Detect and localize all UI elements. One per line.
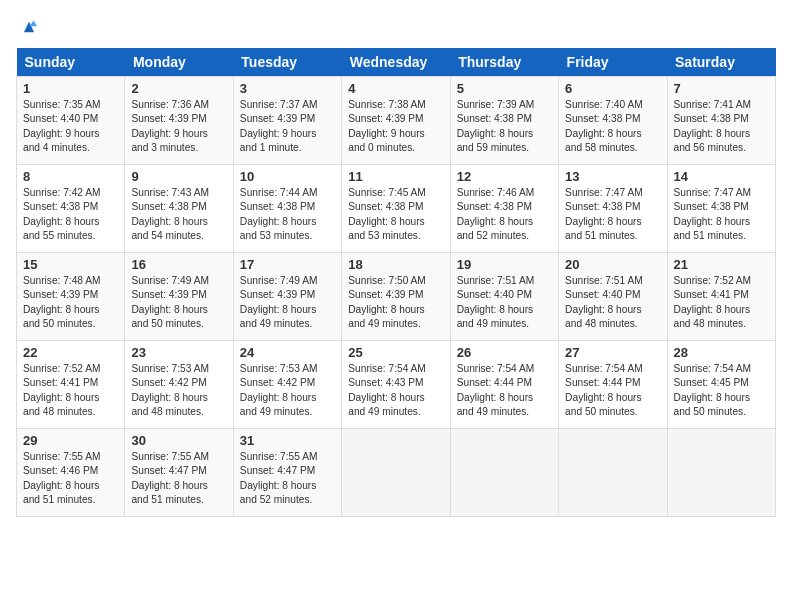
calendar-cell: 22 Sunrise: 7:52 AMSunset: 4:41 PMDaylig… <box>17 341 125 429</box>
day-number: 4 <box>348 81 443 96</box>
day-header-wednesday: Wednesday <box>342 48 450 77</box>
cell-text: Sunrise: 7:44 AMSunset: 4:38 PMDaylight:… <box>240 187 318 241</box>
cell-text: Sunrise: 7:47 AMSunset: 4:38 PMDaylight:… <box>674 187 752 241</box>
cell-text: Sunrise: 7:54 AMSunset: 4:43 PMDaylight:… <box>348 363 426 417</box>
day-number: 9 <box>131 169 226 184</box>
cell-text: Sunrise: 7:53 AMSunset: 4:42 PMDaylight:… <box>240 363 318 417</box>
cell-text: Sunrise: 7:51 AMSunset: 4:40 PMDaylight:… <box>457 275 535 329</box>
cell-text: Sunrise: 7:40 AMSunset: 4:38 PMDaylight:… <box>565 99 643 153</box>
cell-text: Sunrise: 7:45 AMSunset: 4:38 PMDaylight:… <box>348 187 426 241</box>
day-number: 6 <box>565 81 660 96</box>
calendar-week-1: 1 Sunrise: 7:35 AMSunset: 4:40 PMDayligh… <box>17 77 776 165</box>
calendar-cell: 10 Sunrise: 7:44 AMSunset: 4:38 PMDaylig… <box>233 165 341 253</box>
calendar-cell: 15 Sunrise: 7:48 AMSunset: 4:39 PMDaylig… <box>17 253 125 341</box>
day-header-sunday: Sunday <box>17 48 125 77</box>
day-number: 15 <box>23 257 118 272</box>
cell-text: Sunrise: 7:55 AMSunset: 4:47 PMDaylight:… <box>131 451 209 505</box>
day-number: 11 <box>348 169 443 184</box>
calendar-cell: 1 Sunrise: 7:35 AMSunset: 4:40 PMDayligh… <box>17 77 125 165</box>
calendar-cell: 6 Sunrise: 7:40 AMSunset: 4:38 PMDayligh… <box>559 77 667 165</box>
day-number: 20 <box>565 257 660 272</box>
cell-text: Sunrise: 7:49 AMSunset: 4:39 PMDaylight:… <box>240 275 318 329</box>
calendar-cell: 23 Sunrise: 7:53 AMSunset: 4:42 PMDaylig… <box>125 341 233 429</box>
cell-text: Sunrise: 7:54 AMSunset: 4:44 PMDaylight:… <box>457 363 535 417</box>
cell-text: Sunrise: 7:41 AMSunset: 4:38 PMDaylight:… <box>674 99 752 153</box>
day-number: 22 <box>23 345 118 360</box>
calendar-cell: 5 Sunrise: 7:39 AMSunset: 4:38 PMDayligh… <box>450 77 558 165</box>
calendar-cell <box>559 429 667 517</box>
calendar-table: SundayMondayTuesdayWednesdayThursdayFrid… <box>16 48 776 517</box>
calendar-cell: 20 Sunrise: 7:51 AMSunset: 4:40 PMDaylig… <box>559 253 667 341</box>
cell-text: Sunrise: 7:52 AMSunset: 4:41 PMDaylight:… <box>674 275 752 329</box>
calendar-cell: 18 Sunrise: 7:50 AMSunset: 4:39 PMDaylig… <box>342 253 450 341</box>
cell-text: Sunrise: 7:54 AMSunset: 4:44 PMDaylight:… <box>565 363 643 417</box>
cell-text: Sunrise: 7:55 AMSunset: 4:47 PMDaylight:… <box>240 451 318 505</box>
cell-text: Sunrise: 7:49 AMSunset: 4:39 PMDaylight:… <box>131 275 209 329</box>
svg-marker-1 <box>30 20 37 26</box>
calendar-cell: 30 Sunrise: 7:55 AMSunset: 4:47 PMDaylig… <box>125 429 233 517</box>
cell-text: Sunrise: 7:51 AMSunset: 4:40 PMDaylight:… <box>565 275 643 329</box>
calendar-cell: 7 Sunrise: 7:41 AMSunset: 4:38 PMDayligh… <box>667 77 775 165</box>
cell-text: Sunrise: 7:42 AMSunset: 4:38 PMDaylight:… <box>23 187 101 241</box>
day-number: 30 <box>131 433 226 448</box>
day-number: 18 <box>348 257 443 272</box>
day-number: 10 <box>240 169 335 184</box>
day-number: 25 <box>348 345 443 360</box>
calendar-cell: 26 Sunrise: 7:54 AMSunset: 4:44 PMDaylig… <box>450 341 558 429</box>
calendar-cell: 14 Sunrise: 7:47 AMSunset: 4:38 PMDaylig… <box>667 165 775 253</box>
calendar-cell: 25 Sunrise: 7:54 AMSunset: 4:43 PMDaylig… <box>342 341 450 429</box>
calendar-cell: 21 Sunrise: 7:52 AMSunset: 4:41 PMDaylig… <box>667 253 775 341</box>
calendar-cell: 13 Sunrise: 7:47 AMSunset: 4:38 PMDaylig… <box>559 165 667 253</box>
day-number: 7 <box>674 81 769 96</box>
day-number: 31 <box>240 433 335 448</box>
cell-text: Sunrise: 7:47 AMSunset: 4:38 PMDaylight:… <box>565 187 643 241</box>
cell-text: Sunrise: 7:35 AMSunset: 4:40 PMDaylight:… <box>23 99 101 153</box>
page-header <box>16 16 776 38</box>
day-header-monday: Monday <box>125 48 233 77</box>
calendar-cell: 8 Sunrise: 7:42 AMSunset: 4:38 PMDayligh… <box>17 165 125 253</box>
calendar-cell: 31 Sunrise: 7:55 AMSunset: 4:47 PMDaylig… <box>233 429 341 517</box>
day-number: 26 <box>457 345 552 360</box>
cell-text: Sunrise: 7:37 AMSunset: 4:39 PMDaylight:… <box>240 99 318 153</box>
cell-text: Sunrise: 7:36 AMSunset: 4:39 PMDaylight:… <box>131 99 209 153</box>
day-number: 24 <box>240 345 335 360</box>
calendar-cell <box>342 429 450 517</box>
calendar-cell: 11 Sunrise: 7:45 AMSunset: 4:38 PMDaylig… <box>342 165 450 253</box>
cell-text: Sunrise: 7:48 AMSunset: 4:39 PMDaylight:… <box>23 275 101 329</box>
calendar-cell: 16 Sunrise: 7:49 AMSunset: 4:39 PMDaylig… <box>125 253 233 341</box>
calendar-cell: 12 Sunrise: 7:46 AMSunset: 4:38 PMDaylig… <box>450 165 558 253</box>
day-number: 13 <box>565 169 660 184</box>
calendar-cell: 28 Sunrise: 7:54 AMSunset: 4:45 PMDaylig… <box>667 341 775 429</box>
calendar-cell: 17 Sunrise: 7:49 AMSunset: 4:39 PMDaylig… <box>233 253 341 341</box>
day-header-saturday: Saturday <box>667 48 775 77</box>
cell-text: Sunrise: 7:53 AMSunset: 4:42 PMDaylight:… <box>131 363 209 417</box>
cell-text: Sunrise: 7:52 AMSunset: 4:41 PMDaylight:… <box>23 363 101 417</box>
calendar-week-3: 15 Sunrise: 7:48 AMSunset: 4:39 PMDaylig… <box>17 253 776 341</box>
calendar-cell: 9 Sunrise: 7:43 AMSunset: 4:38 PMDayligh… <box>125 165 233 253</box>
calendar-cell: 3 Sunrise: 7:37 AMSunset: 4:39 PMDayligh… <box>233 77 341 165</box>
calendar-week-4: 22 Sunrise: 7:52 AMSunset: 4:41 PMDaylig… <box>17 341 776 429</box>
logo-icon <box>18 16 40 38</box>
day-number: 8 <box>23 169 118 184</box>
calendar-cell: 19 Sunrise: 7:51 AMSunset: 4:40 PMDaylig… <box>450 253 558 341</box>
calendar-week-2: 8 Sunrise: 7:42 AMSunset: 4:38 PMDayligh… <box>17 165 776 253</box>
day-number: 27 <box>565 345 660 360</box>
calendar-week-5: 29 Sunrise: 7:55 AMSunset: 4:46 PMDaylig… <box>17 429 776 517</box>
day-number: 16 <box>131 257 226 272</box>
day-header-tuesday: Tuesday <box>233 48 341 77</box>
cell-text: Sunrise: 7:55 AMSunset: 4:46 PMDaylight:… <box>23 451 101 505</box>
day-number: 17 <box>240 257 335 272</box>
calendar-cell <box>450 429 558 517</box>
calendar-cell: 24 Sunrise: 7:53 AMSunset: 4:42 PMDaylig… <box>233 341 341 429</box>
logo <box>16 16 40 38</box>
day-number: 21 <box>674 257 769 272</box>
calendar-cell: 29 Sunrise: 7:55 AMSunset: 4:46 PMDaylig… <box>17 429 125 517</box>
cell-text: Sunrise: 7:46 AMSunset: 4:38 PMDaylight:… <box>457 187 535 241</box>
day-number: 5 <box>457 81 552 96</box>
calendar-cell <box>667 429 775 517</box>
calendar-cell: 27 Sunrise: 7:54 AMSunset: 4:44 PMDaylig… <box>559 341 667 429</box>
day-number: 28 <box>674 345 769 360</box>
day-number: 19 <box>457 257 552 272</box>
day-header-thursday: Thursday <box>450 48 558 77</box>
day-number: 23 <box>131 345 226 360</box>
